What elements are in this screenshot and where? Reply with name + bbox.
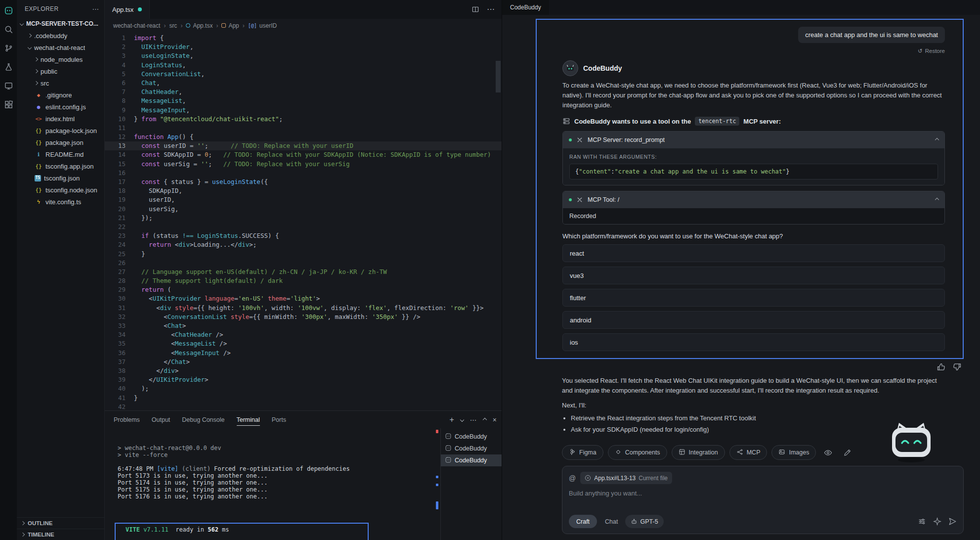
breadcrumb-item-app-tsx[interactable]: App.tsx — [186, 22, 213, 29]
chat-option-flutter[interactable]: flutter — [562, 289, 945, 307]
more-actions-icon[interactable]: ⋯ — [487, 5, 495, 13]
code-line[interactable]: 18 SDKAppID, — [105, 186, 502, 195]
panel-tab-debug-console[interactable]: Debug Console — [182, 411, 224, 428]
chip-figma[interactable]: Figma — [562, 445, 603, 460]
tree-item-tsconfig-app-json[interactable]: {}tsconfig.app.json — [17, 160, 104, 172]
breadcrumb-item-userid[interactable]: [@]userID — [248, 22, 277, 29]
context-file-chip[interactable]: App.tsx#L13-13 Current file — [580, 472, 672, 484]
code-line[interactable]: 24 return <div>Loading...</div>; — [105, 240, 502, 249]
chat-option-ios[interactable]: ios — [562, 333, 945, 351]
code-editor[interactable]: 1import {2 UIKitProvider,3 useLoginState… — [105, 32, 502, 410]
maximize-panel-icon[interactable] — [483, 417, 487, 421]
code-line[interactable]: 12function App() { — [105, 133, 502, 141]
more-actions-icon[interactable]: ⋯ — [92, 5, 99, 13]
panel-tab-problems[interactable]: Problems — [114, 411, 140, 428]
code-line[interactable]: 8 MessageList, — [105, 96, 502, 105]
chip-integration[interactable]: Integration — [672, 445, 725, 460]
code-line[interactable]: 9 MessageInput, — [105, 106, 502, 115]
test-flask-icon[interactable] — [3, 61, 14, 72]
terminal-session-item[interactable]: CodeBuddy — [441, 443, 502, 454]
code-line[interactable]: 4 LoginStatus, — [105, 61, 502, 70]
thumbs-down-icon[interactable] — [953, 362, 962, 371]
send-icon[interactable] — [948, 517, 957, 526]
code-line[interactable]: 27 // Language support en-US(default) / … — [105, 268, 502, 276]
tree-item-vite-config-ts[interactable]: ϟvite.config.ts — [17, 196, 104, 208]
tree-root-mcp-server-test[interactable]: MCP-SERVER-TEST-CO... — [17, 18, 104, 30]
breadcrumb-item-app[interactable]: App — [221, 22, 239, 29]
chip-images[interactable]: Images — [771, 445, 816, 460]
remove-context-icon[interactable] — [585, 475, 591, 481]
search-icon[interactable] — [3, 24, 14, 35]
code-line[interactable]: 16 — [105, 169, 502, 178]
terminal-session-item[interactable]: CodeBuddy — [441, 431, 502, 443]
new-terminal-icon[interactable]: + — [449, 416, 454, 424]
breadcrumb-item-src[interactable]: src — [169, 22, 177, 29]
code-line[interactable]: 5 ConversationList, — [105, 70, 502, 79]
code-line[interactable]: 36 <MessageInput /> — [105, 349, 502, 358]
code-line[interactable]: 28 // Theme support light(default) / dar… — [105, 276, 502, 285]
more-actions-icon[interactable]: ⋯ — [470, 416, 477, 423]
code-line[interactable]: 37 </Chat> — [105, 358, 502, 366]
terminal-scrollbar[interactable] — [434, 428, 440, 540]
code-line[interactable]: 34 <ChatHeader /> — [105, 330, 502, 339]
settings-sliders-icon[interactable] — [918, 517, 926, 526]
code-line[interactable]: 26 — [105, 259, 502, 268]
composer-placeholder[interactable]: Build anything you want... — [569, 490, 957, 497]
code-line[interactable]: 31 <div style={{ height: '100vh', width:… — [105, 304, 502, 313]
code-line[interactable]: 32 <ConversationList style={{ minWidth: … — [105, 313, 502, 321]
terminal-output[interactable]: > wechat-chat-react@0.0.0 dev> vite --fo… — [105, 428, 434, 540]
code-line[interactable]: 21 }); — [105, 214, 502, 223]
sparkle-icon[interactable] — [933, 517, 941, 526]
code-line[interactable]: 25 } — [105, 250, 502, 259]
code-line[interactable]: 38 </div> — [105, 366, 502, 375]
eye-icon[interactable] — [820, 445, 835, 460]
source-control-icon[interactable] — [3, 43, 14, 53]
mcp-server-card-header[interactable]: MCP Server: record_prompt — [563, 132, 944, 148]
code-line[interactable]: 40 ); — [105, 384, 502, 393]
tree-item-public[interactable]: public — [17, 65, 104, 77]
tree-item-node-modules[interactable]: node_modules — [17, 53, 104, 65]
chat-option-vue3[interactable]: vue3 — [562, 267, 945, 284]
codebuddy-logo-icon[interactable] — [3, 5, 14, 16]
code-line[interactable]: 30 <UIKitProvider language='en-US' theme… — [105, 294, 502, 303]
tree-item-tsconfig-json[interactable]: TStsconfig.json — [17, 172, 104, 184]
mcp-tool-card-header[interactable]: MCP Tool: / — [563, 191, 944, 208]
code-line[interactable]: 19 userID, — [105, 195, 502, 204]
tree-item-codebuddy[interactable]: .codebuddy — [17, 30, 104, 42]
restore-button[interactable]: ↺ Restore — [562, 47, 945, 54]
chip-mcp[interactable]: MCP — [729, 445, 767, 460]
terminal-dropdown-icon[interactable] — [460, 417, 464, 421]
chip-components[interactable]: Components — [608, 445, 667, 460]
tree-item-tsconfig-node-json[interactable]: {}tsconfig.node.json — [17, 184, 104, 196]
codebuddy-panel-tab[interactable]: CodeBuddy — [502, 0, 549, 15]
code-line[interactable]: 7 ChatHeader, — [105, 88, 502, 96]
code-line[interactable]: 23 if (status !== LoginStatus.SUCCESS) { — [105, 231, 502, 240]
code-line[interactable]: 41} — [105, 394, 502, 403]
timeline-section[interactable]: TIMELINE — [17, 529, 104, 540]
code-line[interactable]: 20 userSig, — [105, 205, 502, 214]
code-line[interactable]: 15 const userSig = ''; // TODO: Replace … — [105, 160, 502, 169]
code-line[interactable]: 22 — [105, 223, 502, 231]
panel-tab-ports[interactable]: Ports — [272, 411, 286, 428]
terminal-session-item[interactable]: CodeBuddy — [441, 454, 502, 466]
chat-scroll-area[interactable]: create a chat app and the ui is same to … — [502, 15, 980, 441]
breadcrumb-item-wechat-chat-react[interactable]: wechat-chat-react — [113, 22, 160, 29]
code-line[interactable]: 17 const { status } = useLoginState({ — [105, 178, 502, 186]
tree-item-src[interactable]: src — [17, 77, 104, 89]
code-line[interactable]: 3 useLoginState, — [105, 51, 502, 60]
mention-icon[interactable]: @ — [569, 474, 576, 482]
chat-option-react[interactable]: react — [562, 244, 945, 262]
thumbs-up-icon[interactable] — [937, 362, 945, 371]
tree-item-readme-md[interactable]: ℹREADME.md — [17, 148, 104, 160]
brush-icon[interactable] — [840, 445, 854, 460]
code-line[interactable]: 42 — [105, 403, 502, 410]
prompt-composer[interactable]: @ App.tsx#L13-13 Current file Build anyt… — [562, 466, 964, 534]
tab-app-tsx[interactable]: App.tsx — [105, 0, 150, 19]
outline-section[interactable]: OUTLINE — [17, 517, 104, 529]
code-line[interactable]: 6 Chat, — [105, 79, 502, 88]
panel-tab-terminal[interactable]: Terminal — [237, 411, 260, 428]
code-line[interactable]: 13 const userID = ''; // TODO: Replace w… — [105, 141, 502, 150]
tree-item-package-json[interactable]: {}package.json — [17, 136, 104, 148]
code-line[interactable]: 1import { — [105, 34, 502, 43]
mode-chat-button[interactable]: Chat — [605, 518, 618, 525]
